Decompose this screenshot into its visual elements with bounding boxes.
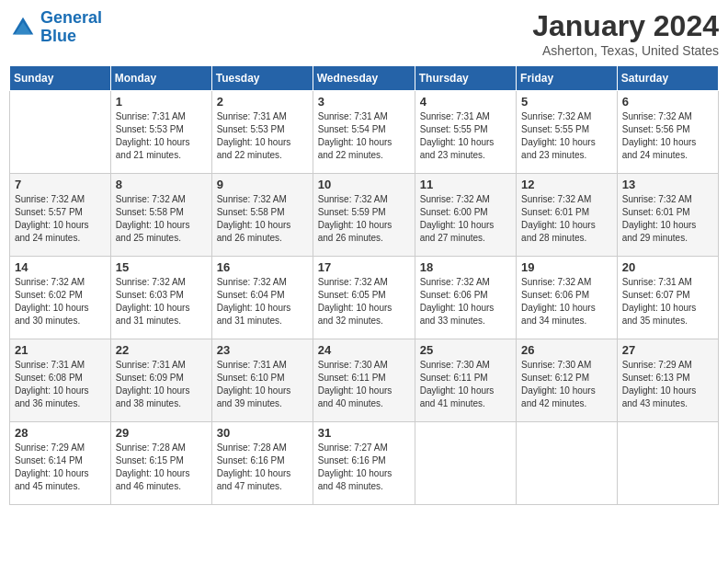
day-info: Sunrise: 7:32 AM Sunset: 6:06 PM Dayligh… xyxy=(420,276,511,327)
header-row: SundayMondayTuesdayWednesdayThursdayFrid… xyxy=(10,66,719,91)
day-info: Sunrise: 7:31 AM Sunset: 5:53 PM Dayligh… xyxy=(217,110,308,162)
calendar-cell: 28Sunrise: 7:29 AM Sunset: 6:14 PM Dayli… xyxy=(10,422,111,505)
day-number: 4 xyxy=(420,95,511,109)
day-info: Sunrise: 7:30 AM Sunset: 6:11 PM Dayligh… xyxy=(318,359,410,410)
week-row-3: 14Sunrise: 7:32 AM Sunset: 6:02 PM Dayli… xyxy=(10,257,719,339)
day-number: 5 xyxy=(521,95,612,109)
day-info: Sunrise: 7:32 AM Sunset: 6:05 PM Dayligh… xyxy=(318,276,410,327)
day-info: Sunrise: 7:32 AM Sunset: 6:01 PM Dayligh… xyxy=(622,193,713,245)
calendar-cell: 7Sunrise: 7:32 AM Sunset: 5:57 PM Daylig… xyxy=(10,174,111,257)
day-number: 30 xyxy=(217,426,308,440)
header-day-thursday: Thursday xyxy=(415,66,516,91)
day-number: 16 xyxy=(217,260,308,274)
calendar-cell: 22Sunrise: 7:31 AM Sunset: 6:09 PM Dayli… xyxy=(110,339,211,422)
day-number: 28 xyxy=(15,426,106,440)
month-title: January 2024 xyxy=(532,9,719,43)
day-info: Sunrise: 7:32 AM Sunset: 6:06 PM Dayligh… xyxy=(521,276,612,327)
day-info: Sunrise: 7:32 AM Sunset: 6:04 PM Dayligh… xyxy=(217,276,308,327)
day-info: Sunrise: 7:32 AM Sunset: 5:56 PM Dayligh… xyxy=(622,110,713,162)
calendar-cell: 23Sunrise: 7:31 AM Sunset: 6:10 PM Dayli… xyxy=(211,339,313,422)
day-number: 11 xyxy=(420,178,511,191)
calendar-cell: 20Sunrise: 7:31 AM Sunset: 6:07 PM Dayli… xyxy=(617,257,718,339)
header-day-monday: Monday xyxy=(110,66,211,91)
day-info: Sunrise: 7:32 AM Sunset: 6:03 PM Dayligh… xyxy=(116,276,207,327)
day-info: Sunrise: 7:31 AM Sunset: 5:54 PM Dayligh… xyxy=(318,110,410,162)
day-info: Sunrise: 7:32 AM Sunset: 5:58 PM Dayligh… xyxy=(116,193,207,245)
day-info: Sunrise: 7:32 AM Sunset: 5:55 PM Dayligh… xyxy=(521,110,612,162)
day-number: 23 xyxy=(217,343,308,357)
calendar-cell: 6Sunrise: 7:32 AM Sunset: 5:56 PM Daylig… xyxy=(617,91,718,174)
header-day-sunday: Sunday xyxy=(10,66,111,91)
calendar-cell: 4Sunrise: 7:31 AM Sunset: 5:55 PM Daylig… xyxy=(415,91,516,174)
day-number: 14 xyxy=(15,260,106,274)
calendar-cell: 27Sunrise: 7:29 AM Sunset: 6:13 PM Dayli… xyxy=(617,339,718,422)
day-number: 26 xyxy=(521,343,612,357)
day-number: 15 xyxy=(116,260,207,274)
calendar-cell: 2Sunrise: 7:31 AM Sunset: 5:53 PM Daylig… xyxy=(211,91,313,174)
day-number: 29 xyxy=(116,426,207,440)
day-number: 8 xyxy=(116,178,207,191)
day-info: Sunrise: 7:31 AM Sunset: 5:53 PM Dayligh… xyxy=(116,110,207,162)
calendar-table: SundayMondayTuesdayWednesdayThursdayFrid… xyxy=(9,65,719,505)
calendar-cell: 18Sunrise: 7:32 AM Sunset: 6:06 PM Dayli… xyxy=(415,257,516,339)
calendar-cell: 9Sunrise: 7:32 AM Sunset: 5:58 PM Daylig… xyxy=(211,174,313,257)
calendar-cell: 1Sunrise: 7:31 AM Sunset: 5:53 PM Daylig… xyxy=(110,91,211,174)
day-number: 19 xyxy=(521,260,612,274)
day-info: Sunrise: 7:31 AM Sunset: 6:07 PM Dayligh… xyxy=(622,276,713,327)
logo: General Blue xyxy=(9,9,102,46)
day-number: 20 xyxy=(622,260,713,274)
day-info: Sunrise: 7:28 AM Sunset: 6:16 PM Dayligh… xyxy=(217,442,308,493)
calendar-cell: 13Sunrise: 7:32 AM Sunset: 6:01 PM Dayli… xyxy=(617,174,718,257)
day-number: 1 xyxy=(116,95,207,109)
day-info: Sunrise: 7:31 AM Sunset: 6:10 PM Dayligh… xyxy=(217,359,308,410)
calendar-cell: 11Sunrise: 7:32 AM Sunset: 6:00 PM Dayli… xyxy=(415,174,516,257)
day-info: Sunrise: 7:32 AM Sunset: 5:57 PM Dayligh… xyxy=(15,193,106,245)
day-info: Sunrise: 7:32 AM Sunset: 5:58 PM Dayligh… xyxy=(217,193,308,245)
day-info: Sunrise: 7:32 AM Sunset: 6:00 PM Dayligh… xyxy=(420,193,511,245)
day-number: 31 xyxy=(318,426,410,440)
header-day-saturday: Saturday xyxy=(617,66,718,91)
calendar-cell xyxy=(517,422,618,505)
day-number: 12 xyxy=(521,178,612,191)
calendar-cell: 26Sunrise: 7:30 AM Sunset: 6:12 PM Dayli… xyxy=(517,339,618,422)
day-number: 27 xyxy=(622,343,713,357)
calendar-cell: 21Sunrise: 7:31 AM Sunset: 6:08 PM Dayli… xyxy=(10,339,111,422)
calendar-cell: 16Sunrise: 7:32 AM Sunset: 6:04 PM Dayli… xyxy=(211,257,313,339)
day-info: Sunrise: 7:32 AM Sunset: 6:01 PM Dayligh… xyxy=(521,193,612,245)
calendar-cell: 24Sunrise: 7:30 AM Sunset: 6:11 PM Dayli… xyxy=(313,339,415,422)
calendar-cell: 10Sunrise: 7:32 AM Sunset: 5:59 PM Dayli… xyxy=(313,174,415,257)
calendar-cell: 17Sunrise: 7:32 AM Sunset: 6:05 PM Dayli… xyxy=(313,257,415,339)
calendar-cell: 25Sunrise: 7:30 AM Sunset: 6:11 PM Dayli… xyxy=(415,339,516,422)
day-number: 22 xyxy=(116,343,207,357)
week-row-4: 21Sunrise: 7:31 AM Sunset: 6:08 PM Dayli… xyxy=(10,339,719,422)
header-day-friday: Friday xyxy=(517,66,618,91)
day-info: Sunrise: 7:30 AM Sunset: 6:11 PM Dayligh… xyxy=(420,359,511,410)
calendar-cell: 30Sunrise: 7:28 AM Sunset: 6:16 PM Dayli… xyxy=(211,422,313,505)
day-number: 17 xyxy=(318,260,410,274)
header-day-wednesday: Wednesday xyxy=(313,66,415,91)
calendar-cell: 19Sunrise: 7:32 AM Sunset: 6:06 PM Dayli… xyxy=(517,257,618,339)
day-number: 2 xyxy=(217,95,308,109)
day-info: Sunrise: 7:32 AM Sunset: 6:02 PM Dayligh… xyxy=(15,276,106,327)
calendar-cell: 15Sunrise: 7:32 AM Sunset: 6:03 PM Dayli… xyxy=(110,257,211,339)
day-info: Sunrise: 7:30 AM Sunset: 6:12 PM Dayligh… xyxy=(521,359,612,410)
calendar-cell: 3Sunrise: 7:31 AM Sunset: 5:54 PM Daylig… xyxy=(313,91,415,174)
header-day-tuesday: Tuesday xyxy=(211,66,313,91)
day-info: Sunrise: 7:29 AM Sunset: 6:13 PM Dayligh… xyxy=(622,359,713,410)
day-info: Sunrise: 7:29 AM Sunset: 6:14 PM Dayligh… xyxy=(15,442,106,493)
calendar-cell xyxy=(10,91,111,174)
day-number: 25 xyxy=(420,343,511,357)
location: Asherton, Texas, United States xyxy=(532,43,719,58)
logo-text: General Blue xyxy=(40,9,102,46)
day-number: 6 xyxy=(622,95,713,109)
page-header: General Blue January 2024 Asherton, Texa… xyxy=(9,9,719,58)
day-info: Sunrise: 7:31 AM Sunset: 5:55 PM Dayligh… xyxy=(420,110,511,162)
week-row-5: 28Sunrise: 7:29 AM Sunset: 6:14 PM Dayli… xyxy=(10,422,719,505)
day-info: Sunrise: 7:32 AM Sunset: 5:59 PM Dayligh… xyxy=(318,193,410,245)
calendar-cell: 8Sunrise: 7:32 AM Sunset: 5:58 PM Daylig… xyxy=(110,174,211,257)
day-info: Sunrise: 7:31 AM Sunset: 6:09 PM Dayligh… xyxy=(116,359,207,410)
title-section: January 2024 Asherton, Texas, United Sta… xyxy=(532,9,719,58)
week-row-1: 1Sunrise: 7:31 AM Sunset: 5:53 PM Daylig… xyxy=(10,91,719,174)
day-number: 10 xyxy=(318,178,410,191)
calendar-cell: 29Sunrise: 7:28 AM Sunset: 6:15 PM Dayli… xyxy=(110,422,211,505)
